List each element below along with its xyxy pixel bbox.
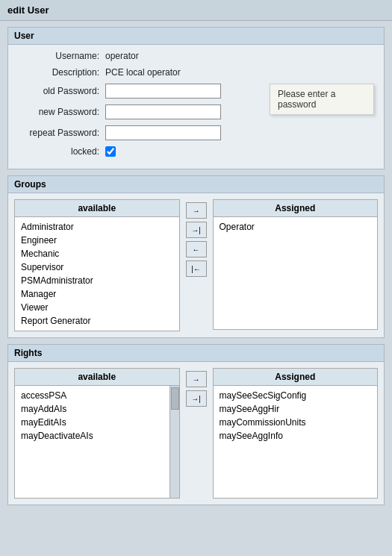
groups-assigned-panel: Assigned Operator	[213, 199, 379, 330]
list-item[interactable]: mayCommissionUnits	[217, 416, 375, 429]
rights-transfer-buttons: → →|	[183, 368, 210, 410]
groups-assigned-header: Assigned	[214, 200, 378, 217]
new-password-label: new Password:	[16, 107, 105, 117]
list-item[interactable]: PSMAdministrator	[18, 274, 176, 287]
rights-section-header: Rights	[8, 345, 384, 362]
list-item[interactable]: maySeeAggInfo	[217, 429, 375, 443]
new-password-input[interactable]	[105, 104, 221, 119]
rights-move-right-button[interactable]: →	[186, 371, 207, 387]
list-item[interactable]: maySeeSecSigConfig	[217, 389, 375, 402]
user-section-body: Username: operator Description: PCE loca…	[8, 45, 384, 169]
locked-checkbox[interactable]	[105, 146, 116, 157]
locked-row: locked:	[16, 146, 376, 157]
old-password-input[interactable]	[105, 84, 221, 99]
list-item[interactable]: Administrator	[18, 220, 176, 234]
groups-section: Groups available AdministratorEngineerMe…	[7, 175, 385, 338]
description-value: PCE local operator	[105, 67, 181, 78]
old-password-row: old Password: Please enter a password	[16, 84, 376, 99]
rights-move-all-right-button[interactable]: →|	[186, 390, 207, 407]
repeat-password-row: repeat Password:	[16, 125, 376, 140]
list-item[interactable]: mayEditAIs	[18, 416, 169, 429]
groups-layout: available AdministratorEngineerMechanicS…	[8, 193, 384, 337]
rights-available-header: available	[15, 369, 179, 386]
user-section-header: User	[8, 28, 384, 45]
rights-assigned-body: maySeeSecSigConfigmaySeeAggHirmayCommiss…	[214, 386, 378, 498]
groups-move-left-button[interactable]: ←	[186, 241, 207, 257]
groups-transfer-buttons: → →| ← |←	[183, 199, 210, 280]
username-value: operator	[105, 51, 139, 61]
old-password-label: old Password:	[16, 86, 105, 96]
list-item[interactable]: Viewer	[18, 301, 176, 314]
groups-section-header: Groups	[8, 176, 384, 193]
groups-available-body: AdministratorEngineerMechanicSupervisorP…	[15, 217, 179, 331]
list-item[interactable]: Engineer	[18, 234, 176, 247]
list-item[interactable]: Mechanic	[18, 247, 176, 260]
user-section: User Username: operator Description: PCE…	[7, 27, 385, 169]
password-tooltip: Please enter a password	[270, 84, 374, 115]
list-item[interactable]: accessPSA	[18, 389, 169, 402]
list-item[interactable]: maySeeAggHir	[217, 402, 375, 416]
groups-available-panel: available AdministratorEngineerMechanicS…	[14, 199, 180, 331]
rights-layout: available accessPSAmayAddAIsmayEditAIsma…	[8, 362, 384, 505]
description-row: Description: PCE local operator	[16, 67, 376, 78]
rights-available-panel: available accessPSAmayAddAIsmayEditAIsma…	[14, 368, 180, 499]
list-item[interactable]: Operator	[217, 220, 375, 234]
groups-move-all-left-button[interactable]: |←	[186, 260, 207, 277]
rights-section: Rights available accessPSAmayAddAIsmayEd…	[7, 344, 385, 505]
list-item[interactable]: Supervisor	[18, 260, 176, 274]
username-label: Username:	[16, 51, 105, 61]
page-wrapper: edit User User Username: operator Descri…	[0, 0, 392, 505]
groups-available-header: available	[15, 200, 179, 217]
rights-assigned-panel: Assigned maySeeSecSigConfigmaySeeAggHirm…	[213, 368, 379, 499]
list-item[interactable]: Manager	[18, 287, 176, 301]
page-title: edit User	[0, 0, 392, 21]
groups-move-right-button[interactable]: →	[186, 202, 207, 219]
rights-assigned-header: Assigned	[214, 369, 378, 386]
groups-move-all-right-button[interactable]: →|	[186, 222, 207, 238]
list-item[interactable]: Report Generator	[18, 314, 176, 328]
groups-assigned-body: Operator	[214, 217, 378, 329]
list-item[interactable]: mayAddAIs	[18, 402, 169, 416]
repeat-password-label: repeat Password:	[16, 128, 105, 138]
repeat-password-input[interactable]	[105, 125, 221, 140]
locked-label: locked:	[16, 146, 105, 157]
rights-available-body: accessPSAmayAddAIsmayEditAIsmayDeactivat…	[15, 386, 179, 498]
description-label: Description:	[16, 67, 105, 78]
list-item[interactable]: mayDeactivateAIs	[18, 429, 169, 443]
username-row: Username: operator	[16, 51, 376, 61]
